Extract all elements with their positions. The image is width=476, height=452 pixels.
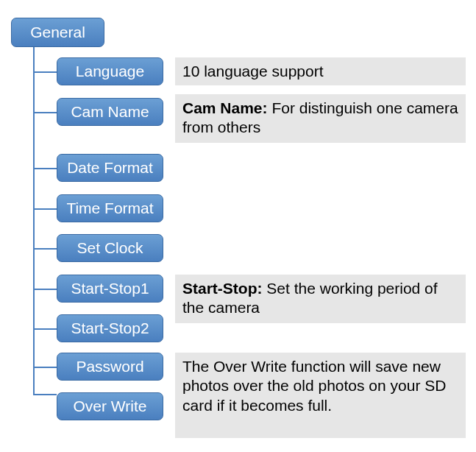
node-label: Cam Name	[71, 103, 149, 121]
tree-branch	[33, 112, 57, 113]
node-label: Over Write	[74, 398, 147, 415]
node-label: General	[30, 24, 85, 41]
node-language: Language	[57, 57, 163, 85]
node-label: Set Clock	[77, 239, 143, 257]
desc-label: Start-Stop:	[182, 280, 263, 297]
desc-start-stop: Start-Stop: Set the working period of th…	[175, 275, 466, 323]
tree-branch	[33, 208, 57, 210]
tree-branch	[33, 289, 57, 290]
desc-over-write: The Over Write function will save new ph…	[175, 353, 466, 438]
node-set-clock: Set Clock	[57, 234, 163, 262]
tree-branch	[33, 394, 57, 395]
desc-language: 10 language support	[175, 57, 466, 85]
node-start-stop1: Start-Stop1	[57, 275, 163, 303]
desc-cam-name: Cam Name: For distinguish one camera fro…	[175, 94, 466, 143]
node-over-write: Over Write	[57, 392, 163, 420]
node-label: Password	[76, 358, 143, 375]
node-password: Password	[57, 353, 163, 381]
tree-branch	[33, 248, 57, 250]
tree-trunk	[33, 47, 35, 395]
tree-branch	[33, 367, 57, 368]
desc-label: Cam Name:	[182, 99, 268, 116]
node-label: Start-Stop2	[71, 319, 149, 337]
node-label: Time Format	[66, 199, 153, 217]
tree-branch	[33, 71, 57, 73]
node-date-format: Date Format	[57, 154, 163, 182]
node-label: Date Format	[67, 159, 153, 177]
node-start-stop2: Start-Stop2	[57, 314, 163, 342]
node-cam-name: Cam Name	[57, 98, 163, 126]
desc-text: 10 language support	[182, 63, 324, 80]
node-time-format: Time Format	[57, 194, 163, 222]
desc-text: The Over Write function will save new ph…	[182, 358, 446, 414]
node-label: Start-Stop1	[71, 280, 149, 297]
node-general: General	[11, 18, 104, 47]
tree-branch	[33, 328, 57, 330]
tree-branch	[33, 168, 57, 169]
node-label: Language	[76, 63, 144, 80]
